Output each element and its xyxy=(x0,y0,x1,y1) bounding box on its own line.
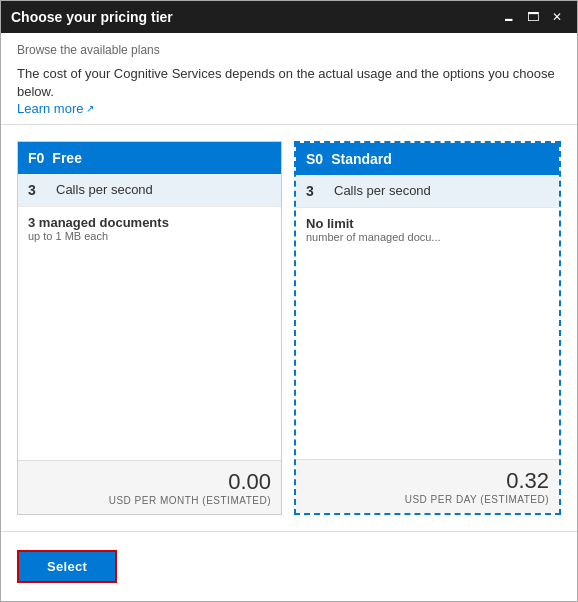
learn-more-link[interactable]: Learn more ↗ xyxy=(17,101,94,116)
plan-feature-row-f0: 3 Calls per second xyxy=(18,174,281,207)
feature-value-s0: 3 xyxy=(306,183,326,199)
minimize-button[interactable]: 🗕 xyxy=(499,7,519,27)
feature-label-s0: Calls per second xyxy=(334,183,431,198)
window-controls: 🗕 🗖 ✕ xyxy=(499,7,567,27)
plan-code-s0: S0 xyxy=(306,151,323,167)
plan-detail-row-s0: No limit number of managed docu... xyxy=(296,208,559,341)
select-button[interactable]: Select xyxy=(17,550,117,583)
detail-value-f0: 3 managed documents xyxy=(28,215,271,230)
feature-value-f0: 3 xyxy=(28,182,48,198)
detail-sub-f0: up to 1 MB each xyxy=(28,230,271,242)
plan-body-f0: 3 Calls per second 3 managed documents u… xyxy=(18,174,281,460)
learn-more-label: Learn more xyxy=(17,101,83,116)
pricing-tier-window: Choose your pricing tier 🗕 🗖 ✕ Browse th… xyxy=(0,0,578,602)
info-text: The cost of your Cognitive Services depe… xyxy=(17,65,561,101)
detail-sub-s0: number of managed docu... xyxy=(306,231,549,243)
price-unit-f0: USD PER MONTH (ESTIMATED) xyxy=(28,495,271,506)
window-subtitle: Browse the available plans xyxy=(17,43,561,57)
maximize-button[interactable]: 🗖 xyxy=(523,7,543,27)
close-button[interactable]: ✕ xyxy=(547,7,567,27)
plan-card-f0[interactable]: F0 Free 3 Calls per second 3 managed doc… xyxy=(17,141,282,515)
plan-header-s0: S0 Standard xyxy=(296,143,559,175)
price-unit-s0: USD PER DAY (ESTIMATED) xyxy=(306,494,549,505)
plan-footer-f0: 0.00 USD PER MONTH (ESTIMATED) xyxy=(18,460,281,514)
footer-section: Select xyxy=(1,531,577,601)
plan-card-s0[interactable]: S0 Standard 3 Calls per second No limit … xyxy=(294,141,561,515)
header-section: Browse the available plans The cost of y… xyxy=(1,33,577,125)
detail-value-s0: No limit xyxy=(306,216,549,231)
empty-space-s0 xyxy=(296,342,559,459)
window-content: Browse the available plans The cost of y… xyxy=(1,33,577,601)
plan-name-s0: Standard xyxy=(331,151,392,167)
price-amount-s0: 0.32 xyxy=(306,468,549,494)
empty-space-f0 xyxy=(18,342,281,460)
plan-footer-s0: 0.32 USD PER DAY (ESTIMATED) xyxy=(296,459,559,513)
plan-name-f0: Free xyxy=(52,150,82,166)
plan-body-s0: 3 Calls per second No limit number of ma… xyxy=(296,175,559,459)
price-amount-f0: 0.00 xyxy=(28,469,271,495)
feature-label-f0: Calls per second xyxy=(56,182,153,197)
plan-feature-row-s0: 3 Calls per second xyxy=(296,175,559,208)
plan-code-f0: F0 xyxy=(28,150,44,166)
plans-section: F0 Free 3 Calls per second 3 managed doc… xyxy=(1,125,577,531)
external-link-icon: ↗ xyxy=(86,103,94,114)
title-bar: Choose your pricing tier 🗕 🗖 ✕ xyxy=(1,1,577,33)
plan-header-f0: F0 Free xyxy=(18,142,281,174)
window-title: Choose your pricing tier xyxy=(11,9,499,25)
plan-detail-row-f0: 3 managed documents up to 1 MB each xyxy=(18,207,281,341)
